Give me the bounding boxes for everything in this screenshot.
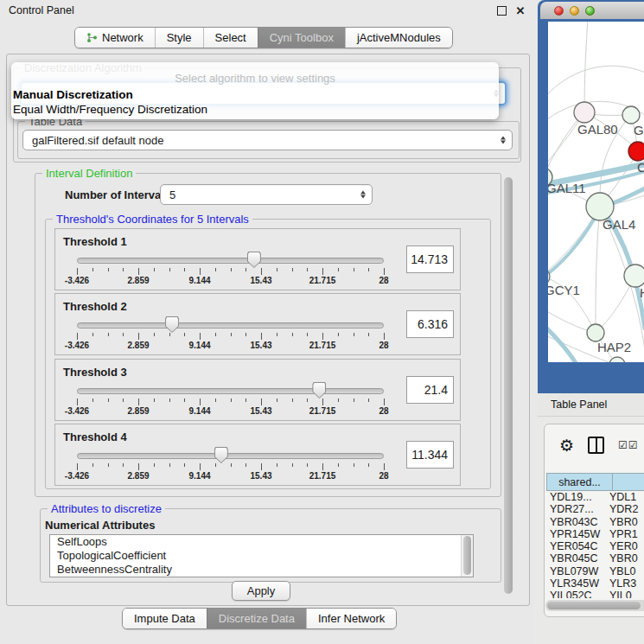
cell-name[interactable]: YER0	[603, 540, 644, 552]
float-window-icon[interactable]	[495, 5, 507, 17]
slider-tick	[184, 333, 185, 336]
cell-shared-name[interactable]: YDL19...	[546, 491, 603, 503]
cell-shared-name[interactable]: YIL052C	[546, 590, 603, 598]
threshold-slider-track[interactable]	[77, 388, 384, 394]
table-toolbar: ⚙ ☑☑	[545, 424, 644, 466]
table-row[interactable]: YPR145WYPR1	[546, 528, 644, 540]
threshold-value-field[interactable]: 21.4	[406, 376, 454, 404]
dropdown-item-equal-width-frequency[interactable]: Equal Width/Frequency Discretization	[13, 103, 207, 116]
slider-tick	[338, 463, 339, 467]
slider-tick	[77, 268, 78, 275]
tab-select[interactable]: Select	[203, 28, 258, 48]
attribute-list-item[interactable]: SelfLoops	[50, 535, 473, 549]
close-traffic-light-icon[interactable]	[554, 6, 564, 16]
interval-definition-title: Interval Definition	[42, 167, 136, 180]
cell-name[interactable]: YBR0	[603, 516, 644, 528]
number-of-intervals-select[interactable]: 5	[160, 184, 373, 205]
minimize-traffic-light-icon[interactable]	[570, 6, 579, 16]
cell-shared-name[interactable]: YDR27...	[546, 503, 603, 515]
cell-name[interactable]: YDL1	[603, 491, 644, 503]
slider-tick	[108, 399, 109, 402]
split-table-icon[interactable]	[588, 437, 604, 454]
cell-name[interactable]: YPR1	[603, 528, 644, 540]
cell-shared-name[interactable]: YLR345W	[546, 577, 603, 590]
slider-tick	[307, 463, 308, 467]
dropdown-item-manual-discretization[interactable]: Manual Discretization	[13, 88, 133, 101]
slider-tick	[154, 463, 155, 467]
slider-tick	[138, 399, 139, 405]
tab-network[interactable]: Network	[75, 28, 155, 48]
tab-jactivemnodules[interactable]: jActiveMNodules	[345, 28, 452, 48]
slider-tick	[231, 463, 232, 467]
panel-scrollbar[interactable]	[504, 177, 513, 594]
slider-tick	[292, 399, 293, 402]
threshold-value-field[interactable]: 14.713	[406, 245, 454, 273]
threshold-slider-track[interactable]	[77, 453, 384, 459]
threshold-slider-track[interactable]	[77, 322, 384, 328]
cell-name[interactable]: YBR0	[603, 552, 644, 564]
threshold-slider-thumb[interactable]	[214, 447, 228, 463]
table-row[interactable]: YDL19...YDL1	[546, 491, 644, 503]
gear-icon[interactable]: ⚙	[559, 437, 574, 454]
cell-shared-name[interactable]: YBR043C	[546, 516, 603, 528]
threshold-value-field[interactable]: 6.316	[406, 310, 454, 338]
node-red[interactable]	[628, 142, 644, 161]
cell-shared-name[interactable]: YPR145W	[546, 528, 603, 540]
table-horizontal-scrollbar[interactable]	[545, 600, 644, 611]
table-header-row: shared... na	[546, 473, 644, 491]
tab-infer-network[interactable]: Infer Network	[306, 609, 396, 628]
slider-tick	[169, 333, 170, 336]
cell-shared-name[interactable]: YBR045C	[546, 552, 603, 564]
table-row[interactable]: YIL052CYIL0	[546, 590, 644, 598]
cell-name[interactable]: YIL0	[603, 590, 644, 598]
table-row[interactable]: YLR345WYLR3	[546, 577, 644, 590]
threshold-slider-thumb[interactable]	[312, 382, 326, 399]
network-canvas[interactable]: GAL80GACGAL11GAL4GCY1HHAP2	[548, 22, 644, 362]
table-row[interactable]: YER054CYER0	[546, 540, 644, 552]
tab-discretize-data[interactable]: Discretize Data	[207, 609, 306, 628]
slider-tick-label: 28	[379, 276, 388, 285]
attributes-scrollbar[interactable]	[461, 535, 473, 577]
checkbox-icons[interactable]: ☑☑	[618, 439, 639, 451]
table-row[interactable]: YDR27...YDR2	[546, 503, 644, 515]
column-header-shared-name[interactable]: shared...	[546, 473, 613, 491]
tab-cyni-toolbox[interactable]: Cyni Toolbox	[258, 28, 345, 48]
attribute-list-item[interactable]: TopologicalCoefficient	[50, 549, 473, 563]
slider-tick	[307, 333, 308, 336]
node-hap2[interactable]	[587, 324, 604, 341]
table-row[interactable]: YBR045CYBR0	[546, 552, 644, 564]
network-edge-highlighted	[548, 208, 600, 281]
threshold-value-field[interactable]: 11.344	[406, 441, 454, 469]
column-header-name[interactable]: na	[613, 473, 644, 491]
slider-tick-label: 9.144	[188, 471, 210, 481]
cell-name[interactable]: YDR2	[603, 503, 644, 515]
table-data-select[interactable]: galFiltered.sif default node	[22, 130, 513, 150]
slider-tick	[215, 399, 216, 402]
slider-tick	[368, 268, 369, 271]
close-icon[interactable]: ✕	[514, 5, 526, 17]
tab-impute-data[interactable]: Impute Data	[123, 609, 207, 628]
node-gal80[interactable]	[574, 102, 595, 123]
cell-shared-name[interactable]: YER054C	[546, 540, 603, 552]
apply-button[interactable]: Apply	[232, 581, 290, 601]
cell-shared-name[interactable]: YBL079W	[546, 565, 603, 577]
network-window-titlebar[interactable]	[540, 2, 644, 19]
table-row[interactable]: YBR043CYBR0	[546, 516, 644, 528]
slider-tick	[277, 399, 277, 402]
node-top-right[interactable]	[622, 106, 640, 124]
slider-tick-label: 21.715	[309, 341, 336, 350]
zoom-traffic-light-icon[interactable]	[585, 6, 595, 16]
cell-name[interactable]: YLR3	[603, 577, 644, 590]
node-h[interactable]	[624, 265, 644, 287]
slider-tick	[277, 333, 277, 336]
threshold-slider-thumb[interactable]	[247, 252, 261, 268]
cell-name[interactable]: YBL0	[603, 565, 644, 577]
attribute-list-item[interactable]: BetweennessCentrality	[50, 563, 473, 577]
table-row[interactable]: YBL079WYBL0	[546, 565, 644, 577]
slider-tick	[154, 399, 155, 402]
slider-tick	[169, 268, 170, 271]
numerical-attributes-list[interactable]: SelfLoopsTopologicalCoefficientBetweenne…	[49, 534, 474, 577]
threshold-slider-thumb[interactable]	[165, 316, 179, 333]
threshold-slider-track[interactable]	[77, 258, 384, 264]
tab-style[interactable]: Style	[155, 28, 203, 48]
